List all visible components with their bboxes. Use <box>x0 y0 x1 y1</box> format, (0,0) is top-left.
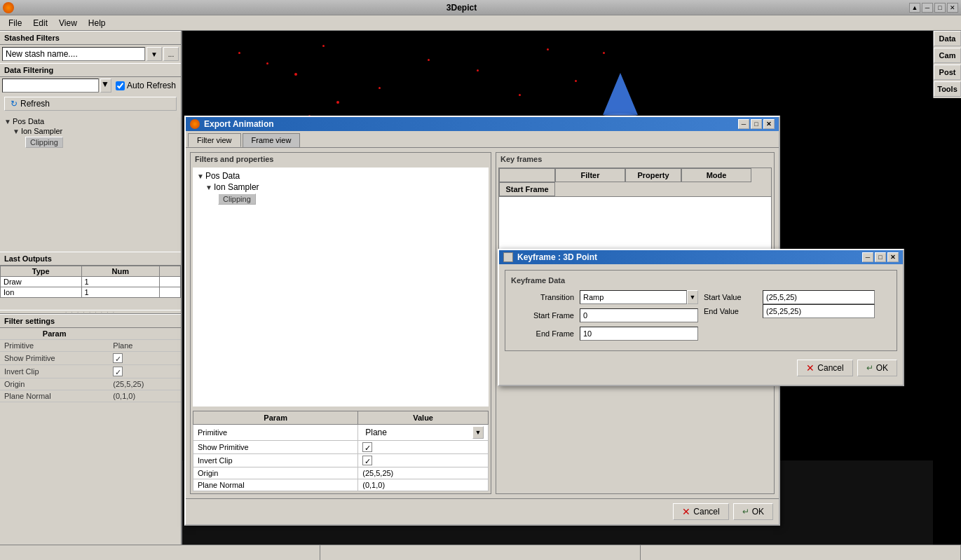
kf-end-value-input[interactable] <box>763 304 875 318</box>
kf-start-frame-input[interactable] <box>580 308 698 322</box>
export-tree-clipping[interactable]: Clipping <box>196 193 486 205</box>
auto-refresh-label: Auto Refresh <box>127 81 176 90</box>
tree-pos-label: Pos Data <box>13 117 44 125</box>
title-bar-buttons: ▲ ─ □ ✕ <box>909 3 958 13</box>
tree-pos-data[interactable]: ▼ Pos Data <box>3 116 178 126</box>
show-primitive-check[interactable] <box>113 353 123 363</box>
menu-bar: File Edit View Help <box>0 15 961 31</box>
cancel-icon: ✕ <box>682 506 690 517</box>
menu-edit[interactable]: Edit <box>27 17 53 29</box>
table-row: Primitive Plane <box>0 340 181 352</box>
app-title: 3Depict <box>14 3 909 13</box>
auto-refresh-checkbox[interactable] <box>116 81 125 90</box>
menu-file[interactable]: File <box>3 17 27 29</box>
tab-frame-view[interactable]: Frame view <box>243 133 301 147</box>
auto-refresh-check[interactable]: Auto Refresh <box>113 81 179 90</box>
clipping-badge: Clipping <box>25 137 63 148</box>
export-tree-pos-data[interactable]: ▼ Pos Data <box>196 170 486 182</box>
post-btn[interactable]: Post <box>934 64 961 80</box>
stash-input[interactable] <box>2 47 145 61</box>
export-ok-btn[interactable]: ↵ OK <box>733 503 773 520</box>
cam-btn[interactable]: Cam <box>934 48 961 63</box>
refresh-row: ↻ Refresh <box>0 94 181 114</box>
title-max-btn[interactable]: □ <box>934 3 946 13</box>
primitive-select-cell: Plane ▼ <box>362 426 484 439</box>
keyframe-dialog-icon <box>503 252 513 262</box>
keyframe-data-title: Keyframe Data <box>511 276 891 285</box>
status-seg-2 <box>320 545 641 560</box>
tree-clipping[interactable]: Clipping <box>3 136 178 149</box>
keyframe-min-btn[interactable]: ─ <box>862 252 873 262</box>
export-max-btn[interactable]: □ <box>751 119 762 129</box>
outputs-section: Last Outputs Type Num Draw 1 Ion 1 <box>0 252 181 298</box>
tree-ion-sampler[interactable]: ▼ Ion Sampler <box>3 126 178 136</box>
table-row: Invert Clip <box>193 454 489 467</box>
keyframe-close-btn[interactable]: ✕ <box>887 252 899 262</box>
value-col: Value <box>358 411 489 425</box>
export-tree-ion-sampler[interactable]: ▼ Ion Sampler <box>196 182 486 193</box>
kf-transition-select[interactable]: Ramp <box>580 290 687 304</box>
keyframe-cancel-btn[interactable]: ✕ Cancel <box>797 360 852 376</box>
data-btn[interactable]: Data <box>934 31 961 46</box>
tools-btn[interactable]: Tools <box>934 81 961 97</box>
table-row: Ion 1 <box>1 287 181 298</box>
title-up-btn[interactable]: ▲ <box>909 3 920 13</box>
export-dialog-footer: ✕ Cancel ↵ OK <box>186 498 779 524</box>
stash-more-btn[interactable]: ... <box>163 47 179 61</box>
kf-start-frame-row: Start Frame <box>511 308 698 322</box>
kf-transition-row: Transition Ramp ▼ <box>511 290 698 304</box>
outputs-col-extra <box>160 266 181 277</box>
keyframe-data-group: Keyframe Data Transition Ramp ▼ Start Fr… <box>505 270 897 351</box>
filters-panel: Filters and properties ▼ Pos Data ▼ Ion … <box>190 152 491 494</box>
tab-filter-view[interactable]: Filter view <box>188 133 241 147</box>
filter-section-title: Data Filtering <box>0 63 181 77</box>
filter-settings-section: Filter settings Param Primitive Plane Sh… <box>0 314 181 402</box>
param-col: Param <box>193 411 358 425</box>
title-bar: 3Depict ▲ ─ □ ✕ <box>0 0 961 15</box>
export-show-primitive-check[interactable] <box>362 442 372 452</box>
menu-view[interactable]: View <box>53 17 83 29</box>
kf-transition-select-btn[interactable]: ▼ <box>687 290 698 304</box>
keyframe-ok-btn[interactable]: ↵ OK <box>857 360 897 376</box>
export-min-btn[interactable]: ─ <box>738 119 749 129</box>
filter-combo[interactable] <box>2 78 99 93</box>
refresh-icon: ↻ <box>11 99 18 109</box>
kf-header-filter-text: Filter <box>555 168 625 182</box>
kf-end-value-label: End Value <box>704 307 760 315</box>
export-dialog-title: Export Animation <box>204 119 274 129</box>
title-min-btn[interactable]: ─ <box>922 3 933 13</box>
keyframe-dialog-body: Keyframe Data Transition Ramp ▼ Start Fr… <box>499 264 903 385</box>
table-row: Show Primitive <box>0 352 181 365</box>
refresh-btn[interactable]: ↻ Refresh <box>4 97 177 111</box>
keyframe-max-btn[interactable]: □ <box>875 252 886 262</box>
table-row: Draw 1 <box>1 277 181 287</box>
stash-expand-btn[interactable]: ▼ <box>146 47 162 61</box>
outputs-col-type: Type <box>1 266 82 277</box>
export-invert-clip-check[interactable] <box>362 456 372 465</box>
menu-help[interactable]: Help <box>83 17 111 29</box>
export-dialog-title-bar: Export Animation ─ □ ✕ <box>186 117 779 131</box>
primitive-select-arrow[interactable]: ▼ <box>472 426 484 439</box>
3d-object <box>603 73 638 115</box>
ok-icon: ↵ <box>742 507 749 517</box>
left-panel: Stashed Filters ▼ ... Data Filtering ▼ A… <box>0 31 182 560</box>
param-table: Param Value Primitive Plane ▼ <box>193 411 489 491</box>
kf-end-frame-input[interactable] <box>580 327 698 341</box>
kf-start-frame-label: Start Frame <box>511 311 574 320</box>
export-close-btn[interactable]: ✕ <box>763 119 775 129</box>
export-cancel-btn[interactable]: ✕ Cancel <box>673 503 728 520</box>
filters-panel-title: Filters and properties <box>191 153 491 165</box>
invert-clip-check[interactable] <box>113 367 123 376</box>
filter-combo-btn[interactable]: ▼ <box>100 78 111 93</box>
kf-start-value-input[interactable] <box>763 290 875 304</box>
title-close-btn[interactable]: ✕ <box>947 3 958 13</box>
keyframe-dialog: Keyframe : 3D Point ─ □ ✕ Keyframe Data … <box>498 249 904 386</box>
kf-start-value-row: Start Value <box>704 290 891 304</box>
table-row: Primitive Plane ▼ <box>193 425 489 441</box>
keyframe-dialog-title-bar: Keyframe : 3D Point ─ □ ✕ <box>499 250 903 264</box>
filter-settings-table: Param Primitive Plane Show Primitive Inv… <box>0 328 181 402</box>
app-icon <box>3 2 14 13</box>
kf-header-mode: Mode <box>681 168 751 182</box>
kf-left-col: Transition Ramp ▼ Start Frame End Frame <box>511 290 698 345</box>
tree-arrow-ion: ▼ <box>13 128 20 135</box>
